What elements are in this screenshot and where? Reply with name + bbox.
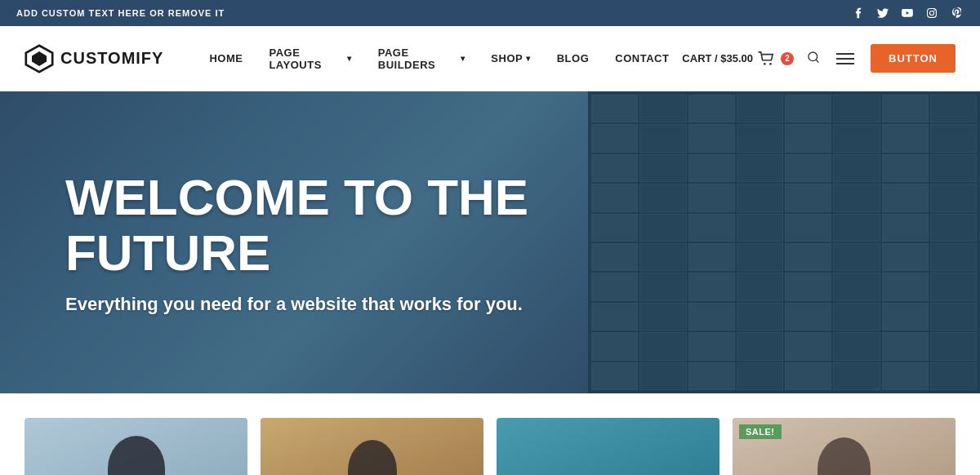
nav-page-builders[interactable]: PAGE BUILDERS ▾ <box>365 26 479 91</box>
youtube-icon[interactable] <box>900 6 915 20</box>
person-silhouette <box>348 440 397 475</box>
hero-section: WELCOME TO THE FUTURE Everything you nee… <box>0 91 980 393</box>
nav-blog[interactable]: BLOG <box>544 26 603 91</box>
main-nav: HOME PAGE LAYOUTS ▾ PAGE BUILDERS ▾ SHOP… <box>196 26 682 91</box>
logo[interactable]: CUSTOMIFY <box>24 44 163 73</box>
hero-title: WELCOME TO THE FUTURE <box>65 170 670 281</box>
hero-content: WELCOME TO THE FUTURE Everything you nee… <box>0 170 735 315</box>
nav-page-layouts[interactable]: PAGE LAYOUTS ▾ <box>256 26 364 91</box>
cart-badge: 2 <box>781 52 794 65</box>
card-4[interactable]: SALE! <box>733 418 956 475</box>
header: CUSTOMIFY HOME PAGE LAYOUTS ▾ PAGE BUILD… <box>0 26 980 91</box>
nav-contact[interactable]: CONTACT <box>602 26 682 91</box>
sale-badge: SALE! <box>739 424 782 439</box>
card-2[interactable] <box>261 418 483 475</box>
cart-icon <box>758 51 776 66</box>
card-1[interactable] <box>24 418 247 475</box>
svg-point-3 <box>769 62 772 64</box>
nav-shop[interactable]: SHOP ▾ <box>478 26 543 91</box>
person-silhouette <box>817 437 871 475</box>
instagram-icon[interactable] <box>924 6 939 20</box>
pinterest-icon[interactable] <box>949 6 964 20</box>
nav-right: CART / $35.00 2 BUTTON <box>682 44 956 73</box>
cart[interactable]: CART / $35.00 2 <box>682 51 794 66</box>
header-button[interactable]: BUTTON <box>871 44 956 73</box>
cards-section: SALE! <box>0 393 980 475</box>
hamburger-menu-icon[interactable] <box>833 50 858 68</box>
chevron-down-icon: ▾ <box>347 54 352 63</box>
search-icon[interactable] <box>807 51 820 67</box>
person-silhouette <box>108 436 165 475</box>
hero-subtitle: Everything you need for a website that w… <box>65 294 670 315</box>
chevron-down-icon: ▾ <box>526 54 531 63</box>
twitter-icon[interactable] <box>875 6 890 20</box>
svg-marker-1 <box>32 51 47 66</box>
svg-point-2 <box>764 62 766 64</box>
nav-home[interactable]: HOME <box>196 26 256 91</box>
top-bar: ADD CUSTOM TEXT HERE OR REMOVE IT <box>0 0 980 26</box>
facebook-icon[interactable] <box>851 6 866 20</box>
logo-text: CUSTOMIFY <box>60 49 163 68</box>
social-icons <box>851 6 964 20</box>
card-3[interactable] <box>497 418 719 475</box>
top-bar-text: ADD CUSTOM TEXT HERE OR REMOVE IT <box>16 8 225 18</box>
chevron-down-icon: ▾ <box>461 54 466 63</box>
